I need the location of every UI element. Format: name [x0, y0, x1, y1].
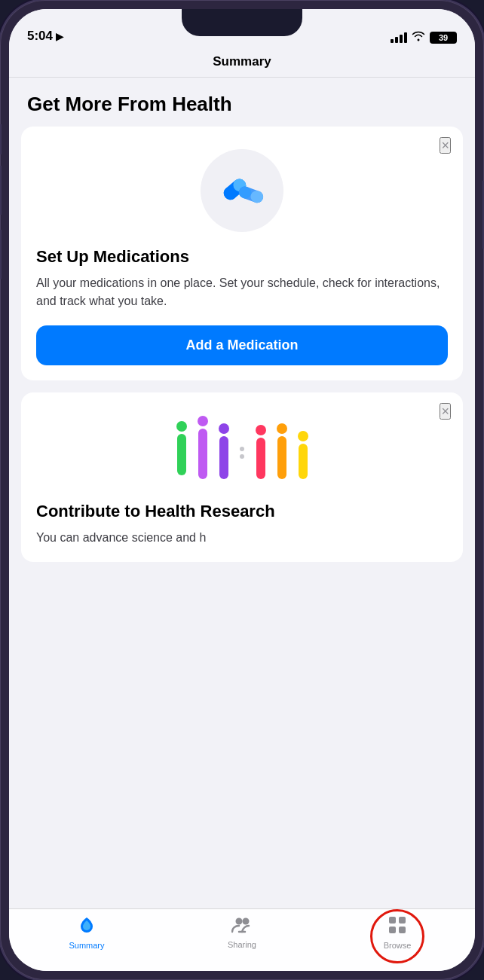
- svg-point-21: [243, 918, 250, 925]
- research-desc-text: You can advance science and h: [36, 531, 206, 544]
- medications-description: All your medications in one place. Set y…: [36, 274, 448, 310]
- research-title: Contribute to Health Research: [36, 502, 448, 521]
- medications-title: Set Up Medications: [36, 247, 448, 267]
- battery-indicator: 39: [430, 32, 457, 44]
- medication-icon-container: [36, 149, 448, 232]
- phone-screen: 5:04 ▶: [9, 9, 475, 971]
- signal-bars: [391, 32, 407, 43]
- sharing-tab-label: Sharing: [228, 940, 256, 949]
- svg-point-12: [240, 447, 244, 451]
- medication-icon-circle: [201, 149, 283, 232]
- svg-point-16: [277, 423, 287, 434]
- battery-level: 39: [439, 33, 448, 42]
- medications-title-text: Set Up Medications: [36, 247, 189, 266]
- research-card-close[interactable]: ×: [440, 403, 451, 420]
- volume-down-button: [0, 230, 2, 279]
- svg-rect-15: [256, 438, 265, 479]
- add-medication-label: Add a Medication: [185, 337, 298, 353]
- svg-point-20: [236, 918, 243, 925]
- summary-tab-label: Summary: [69, 941, 104, 950]
- summary-icon: [77, 915, 96, 938]
- svg-rect-17: [277, 436, 286, 479]
- silent-switch: [0, 124, 2, 154]
- location-icon: ▶: [56, 31, 63, 42]
- svg-rect-11: [219, 436, 228, 479]
- volume-up-button: [0, 166, 2, 215]
- svg-point-8: [198, 416, 208, 426]
- research-icon-container: [36, 415, 448, 487]
- wifi-icon: [412, 31, 425, 44]
- sharing-icon: [231, 916, 253, 937]
- svg-point-6: [176, 421, 187, 432]
- tab-sharing[interactable]: Sharing: [164, 916, 320, 949]
- research-title-text: Contribute to Health Research: [36, 502, 275, 521]
- time-display: 5:04: [27, 29, 53, 44]
- svg-rect-9: [198, 429, 207, 479]
- section-header: Get More From Health: [9, 78, 475, 127]
- status-icons: 39: [391, 31, 457, 44]
- nav-title-text: Summary: [213, 54, 271, 69]
- status-time: 5:04 ▶: [27, 29, 63, 44]
- svg-rect-24: [389, 927, 396, 933]
- tab-bar: Summary Sharing: [9, 908, 475, 971]
- svg-rect-25: [399, 927, 406, 933]
- notch: [182, 9, 302, 36]
- research-chart-icon: [159, 415, 325, 487]
- svg-point-18: [298, 431, 308, 441]
- signal-bar-2: [395, 37, 398, 43]
- svg-rect-7: [177, 434, 186, 475]
- research-card: ×: [21, 392, 463, 562]
- svg-point-13: [240, 454, 244, 459]
- medications-card: ×: [21, 127, 463, 380]
- browse-icon: [388, 915, 407, 938]
- pills-icon: [216, 168, 268, 213]
- medications-desc-text: All your medications in one place. Set y…: [36, 276, 440, 307]
- svg-rect-19: [299, 444, 308, 479]
- tab-summary[interactable]: Summary: [9, 915, 164, 950]
- tab-browse[interactable]: Browse: [320, 915, 475, 950]
- svg-rect-22: [389, 917, 396, 924]
- signal-bar-3: [400, 35, 403, 43]
- svg-point-10: [219, 423, 229, 434]
- svg-rect-23: [399, 917, 406, 924]
- section-title-text: Get More From Health: [27, 93, 232, 115]
- medications-card-close[interactable]: ×: [440, 137, 451, 154]
- browse-tab-label: Browse: [384, 941, 412, 950]
- nav-title: Summary: [9, 50, 475, 78]
- research-description: You can advance science and h: [36, 529, 448, 547]
- signal-bar-4: [404, 32, 407, 43]
- scroll-content[interactable]: Get More From Health ×: [9, 78, 475, 908]
- signal-bar-1: [391, 39, 394, 43]
- add-medication-button[interactable]: Add a Medication: [36, 325, 448, 365]
- phone-frame: 5:04 ▶: [0, 0, 484, 980]
- svg-point-14: [256, 425, 266, 435]
